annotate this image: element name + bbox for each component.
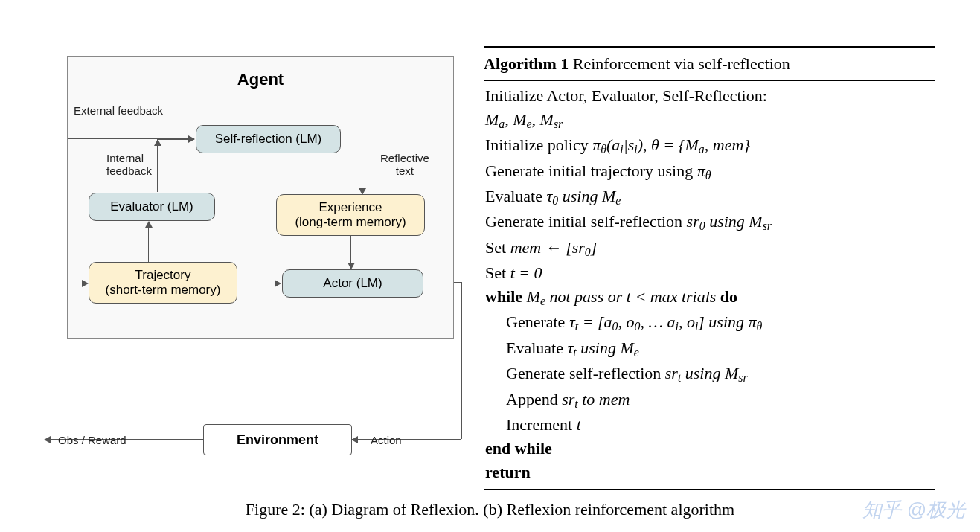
algo-line-11: Evaluate τt using Me (485, 336, 935, 362)
algo-line-12: Generate self-reflection srt using Msr (485, 362, 935, 387)
label-action: Action (371, 434, 402, 446)
box-evaluator: Evaluator (LM) (89, 193, 215, 221)
arrow-selfrefl-to-exp-head (362, 153, 362, 194)
label-internal-feedback: Internal feedback (106, 152, 152, 177)
box-experience-line1: Experience (283, 200, 418, 215)
algo-line-14: Increment t (485, 413, 935, 437)
box-self-reflection: Self-reflection (LM) (196, 125, 341, 153)
label-obs-reward: Obs / Reward (58, 434, 126, 446)
box-trajectory: Trajectory (short-term memory) (89, 262, 237, 304)
algorithm-body: Initialize Actor, Evaluator, Self-Reflec… (484, 83, 935, 487)
arrow-traj-to-eval (148, 222, 149, 262)
algo-line-15: end while (485, 437, 935, 461)
algorithm-title: Algorithm 1 Reinforcement via self-refle… (484, 49, 935, 79)
box-actor-label: Actor (LM) (289, 276, 417, 291)
algo-line-9: while Me not pass or t < max trials do (485, 285, 935, 310)
box-environment: Environment (203, 424, 352, 455)
box-environment-label: Environment (237, 432, 318, 448)
arrow-eval-to-selfrefl-h (157, 139, 194, 140)
agent-title: Agent (68, 70, 453, 89)
algo-line-7: Set mem ← [sr0] (485, 236, 935, 261)
arrow-action-vertical (461, 282, 462, 439)
arrow-traj-to-actor (237, 283, 281, 283)
box-actor: Actor (LM) (282, 269, 423, 298)
algo-line-6: Generate initial self-reflection sr0 usi… (485, 210, 935, 235)
arrow-action-to-env (352, 439, 461, 440)
algorithm-block: Algorithm 1 Reinforcement via self-refle… (484, 45, 935, 491)
diagram-reflexion: Agent Self-reflection (LM) Evaluator (LM… (45, 45, 461, 491)
label-reflective-text: Reflective text (380, 152, 429, 177)
algo-line-3: Initialize policy πθ(ai|si), θ = {Ma, me… (485, 133, 935, 158)
arrow-obs-top-into-agent (45, 138, 67, 138)
arrow-obs-vertical (45, 138, 45, 439)
box-evaluator-label: Evaluator (LM) (95, 199, 208, 214)
box-self-reflection-label: Self-reflection (LM) (202, 132, 334, 147)
algo-line-2: Ma, Me, Msr (485, 108, 935, 133)
box-experience-line2: (long-term memory) (283, 215, 418, 230)
arrow-exp-to-actor (350, 236, 351, 269)
arrow-actor-out-ext (454, 282, 461, 283)
agent-container: Agent Self-reflection (LM) Evaluator (LM… (67, 56, 454, 339)
box-trajectory-line2: (short-term memory) (95, 283, 231, 298)
algo-line-4: Generate initial trajectory using πθ (485, 159, 935, 185)
arrow-obs-to-traj-inner (45, 283, 68, 283)
algo-line-1: Initialize Actor, Evaluator, Self-Reflec… (485, 84, 935, 108)
label-external-feedback: External feedback (74, 104, 163, 117)
algo-line-5: Evaluate τ0 using Me (485, 185, 935, 210)
arrow-eval-to-selfrefl (157, 140, 158, 192)
box-trajectory-line1: Trajectory (95, 268, 231, 283)
algo-line-13: Append srt to mem (485, 388, 935, 413)
figure-caption: Figure 2: (a) Diagram of Reflexion. (b) … (0, 500, 980, 519)
box-experience: Experience (long-term memory) (276, 194, 425, 236)
algo-line-10: Generate τt = [a0, o0, … ai, oi] using π… (485, 310, 935, 336)
arrow-obs-to-traj-head (68, 283, 88, 283)
algo-line-16: return (485, 461, 935, 484)
arrow-actor-out-inner (423, 283, 455, 283)
algo-line-8: Set t = 0 (485, 261, 935, 285)
